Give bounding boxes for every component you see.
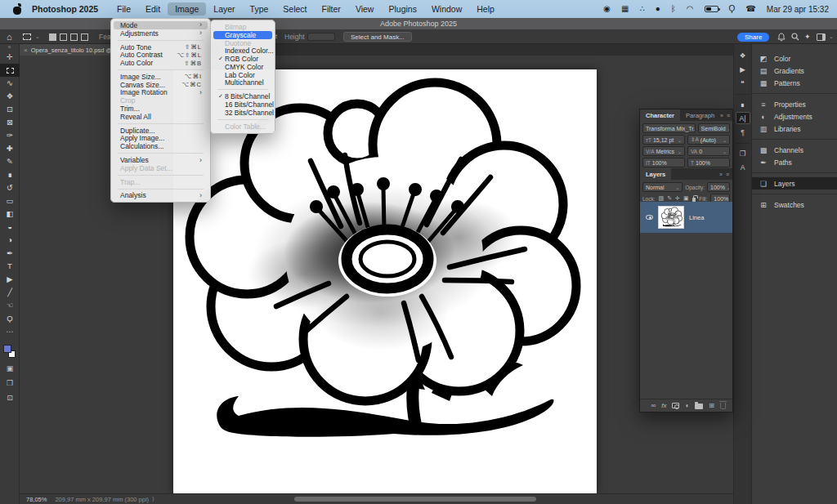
crop-tool[interactable]: ⊡ — [0, 103, 20, 116]
screen-mode-icon[interactable]: ❐ — [0, 377, 20, 390]
submenu-item-color-table[interactable]: Color Table... — [213, 123, 272, 131]
menubar-plugins[interactable]: Plugins — [381, 2, 423, 16]
spotlight-icon[interactable]: Ϙ — [729, 5, 736, 13]
menu-item-analysis[interactable]: Analysis › — [114, 192, 208, 200]
dock-item-swatches[interactable]: ⊞ Swatches — [752, 198, 837, 211]
dock-item-channels[interactable]: ▩ Channels — [752, 144, 837, 156]
keyboard-battery-icon[interactable]: ▦ — [621, 5, 629, 13]
submenu-item-32-bits-channel[interactable]: 32 Bits/Channel — [213, 109, 272, 117]
menu-item-duplicate[interactable]: Duplicate... — [114, 127, 208, 135]
workspace-icon[interactable] — [817, 33, 826, 41]
gradient-tool[interactable]: ◧ — [0, 207, 20, 221]
submenu-item-cmyk-color[interactable]: CMYK Color — [213, 63, 272, 71]
submenu-item-8-bits-channel[interactable]: ✓ 8 Bits/Channel — [213, 92, 272, 100]
toolbar-collapse-icon[interactable]: » — [0, 44, 19, 51]
menu-item-trim[interactable]: Trim... — [114, 105, 208, 113]
menu-item-mode[interactable]: Mode › — [114, 21, 208, 29]
character-panel-icon[interactable]: A| — [736, 112, 750, 124]
leading-select[interactable]: ⇕A (Auto)⌄ — [687, 135, 730, 145]
menu-item-auto-tone[interactable]: Auto Tone ⇧⌘L — [114, 43, 208, 51]
adjustment-layer-icon[interactable]: ◐ — [685, 403, 689, 409]
status-chevron-icon[interactable]: ⟩ — [152, 496, 154, 502]
vertical-scale-field[interactable]: IT 100% — [642, 158, 685, 167]
menubar-view[interactable]: View — [348, 2, 382, 16]
history-icon[interactable]: ∎ — [736, 98, 750, 110]
dock-item-layers[interactable]: ❏ Layers — [752, 177, 837, 190]
zoom-tool[interactable]: Ϙ — [0, 312, 20, 325]
menubar-layer[interactable]: Layer — [206, 2, 242, 16]
dock-item-paths[interactable]: ✒ Paths — [752, 156, 837, 168]
tab-paragraph[interactable]: Paragraph — [680, 109, 720, 121]
tab-layers[interactable]: Layers — [640, 168, 671, 180]
menubar-edit[interactable]: Edit — [138, 2, 168, 16]
horizontal-scrollbar[interactable] — [294, 497, 536, 502]
clone-source-icon[interactable]: ❐ — [736, 147, 750, 159]
eraser-tool[interactable]: ▭ — [0, 194, 20, 207]
lock-artboard-icon[interactable]: ▣ — [683, 195, 689, 202]
menubar-image[interactable]: Image — [168, 2, 206, 16]
menubar-clock[interactable]: Mar 29 apr 15:32 — [767, 5, 829, 14]
link-layers-icon[interactable]: ∞ — [651, 403, 656, 409]
blur-tool[interactable]: ◒ — [0, 221, 20, 234]
intersect-selection-icon[interactable] — [81, 33, 88, 41]
submenu-item-16-bits-channel[interactable]: 16 Bits/Channel — [213, 100, 272, 109]
tab-close-icon[interactable]: × — [24, 47, 28, 54]
dock-item-adjustments[interactable]: ◐ Adjustments — [752, 110, 837, 123]
menu-item-image-rotation[interactable]: Image Rotation › — [114, 89, 208, 97]
screen-mirroring-icon[interactable]: ∴ — [639, 5, 644, 13]
layer-name[interactable]: Linea — [689, 214, 704, 221]
submenu-item-lab-color[interactable]: Lab Color — [213, 71, 272, 79]
marquee-tool[interactable] — [0, 64, 20, 77]
submenu-item-rgb-color[interactable]: ✓ RGB Color — [213, 55, 272, 63]
lock-transparency-icon[interactable]: ▨ — [659, 195, 665, 202]
menu-item-adjustments[interactable]: Adjustments › — [114, 29, 208, 38]
panel-collapse-icon[interactable]: » — [720, 113, 723, 118]
layer-thumbnail[interactable] — [658, 206, 684, 229]
menubar-filter[interactable]: Filter — [315, 2, 348, 16]
home-icon[interactable]: ⌂ — [7, 29, 12, 44]
submenu-item-grayscale[interactable]: Grayscale — [213, 31, 272, 39]
layers-collapse-icon[interactable]: » — [719, 172, 723, 177]
brush-tool[interactable]: ✎ — [0, 155, 20, 168]
panel-menu-icon[interactable]: ≡ — [727, 113, 730, 118]
move-tool[interactable]: ✛ — [0, 51, 20, 64]
submenu-item-bitmap[interactable]: Bitmap — [213, 23, 272, 31]
kerning-select[interactable]: V/A Metrics⌄ — [642, 146, 685, 156]
clone-stamp-tool[interactable]: ∎ — [0, 168, 20, 181]
share-button[interactable]: Share — [737, 33, 769, 42]
quick-mask-icon[interactable]: ▣ — [0, 362, 20, 375]
menubar-file[interactable]: File — [110, 2, 138, 16]
history-brush-tool[interactable]: ↺ — [0, 181, 20, 194]
layer-row[interactable]: Linea — [640, 202, 732, 233]
edit-toolbar-icon[interactable]: ⊡ — [0, 391, 20, 404]
notifications-bell-icon[interactable] — [777, 29, 786, 44]
delete-layer-icon[interactable] — [720, 403, 726, 409]
play-circle-icon[interactable]: ◉ — [603, 5, 611, 13]
learn-icon[interactable]: ❖ — [736, 49, 750, 61]
frame-tool[interactable]: ⊠ — [0, 116, 20, 129]
phone-icon[interactable]: ☎ — [745, 5, 755, 13]
menu-item-reveal-all[interactable]: Reveal All — [114, 113, 208, 121]
bluetooth-icon[interactable]: ᛒ — [671, 5, 676, 13]
menu-item-apply-data-set[interactable]: Apply Data Set... — [114, 164, 208, 172]
submenu-item-indexed-color[interactable]: Indexed Color... — [213, 47, 272, 55]
opacity-select[interactable]: 100%⌄ — [707, 182, 730, 192]
dock-item-color[interactable]: ◩ Color — [752, 52, 837, 65]
height-input[interactable] — [307, 33, 335, 41]
pen-tool[interactable]: ✒ — [0, 247, 20, 260]
new-group-icon[interactable] — [695, 404, 703, 409]
add-selection-icon[interactable] — [60, 33, 67, 41]
marquee-preset-icon[interactable] — [23, 33, 31, 40]
subtract-selection-icon[interactable] — [70, 33, 78, 41]
healing-brush-tool[interactable]: ✚ — [0, 142, 20, 155]
workspace-chevron-icon[interactable]: ⌄ — [829, 29, 834, 44]
submenu-item-duotone[interactable]: Duotone — [213, 39, 272, 47]
marquee-chevron-icon[interactable]: ⌄ — [35, 29, 40, 44]
app-menu-title[interactable]: Photoshop 2025 — [32, 4, 98, 14]
dock-item-libraries[interactable]: ▥ Libraries — [752, 123, 837, 135]
new-selection-icon[interactable] — [49, 33, 56, 41]
hand-tool[interactable]: ☜ — [0, 299, 20, 312]
menu-item-calculations[interactable]: Calculations... — [114, 142, 208, 150]
lasso-tool[interactable]: ∿ — [0, 77, 20, 90]
menu-item-crop[interactable]: Crop — [114, 96, 208, 105]
